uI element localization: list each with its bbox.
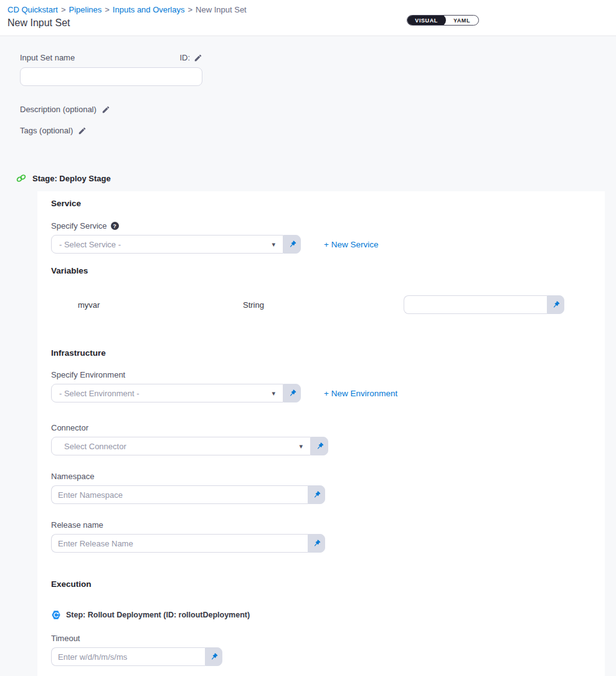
edit-tags-pencil-icon[interactable]	[78, 126, 87, 135]
connector-label: Connector	[51, 423, 88, 432]
variable-type: String	[243, 300, 404, 310]
pushpin-icon	[551, 300, 561, 310]
edit-id-pencil-icon[interactable]	[194, 54, 202, 62]
namespace-group	[51, 485, 325, 504]
breadcrumb-cd-quickstart[interactable]: CD Quickstart	[7, 5, 58, 14]
environment-select-dropdown[interactable]: - Select Environment - ▾	[51, 384, 283, 402]
stage-title: Stage: Deploy Stage	[32, 174, 111, 183]
service-heading: Service	[51, 199, 605, 208]
breadcrumb-separator: >	[105, 5, 110, 14]
input-set-name-label: Input Set name	[20, 53, 75, 62]
environment-select-group: - Select Environment - ▾	[51, 384, 301, 402]
release-name-label: Release name	[51, 520, 103, 530]
timeout-group	[51, 647, 222, 666]
step-title: Step: Rollout Deployment (ID: rolloutDep…	[66, 611, 250, 619]
breadcrumb-separator: >	[61, 5, 66, 14]
input-set-name-field[interactable]	[20, 67, 202, 86]
rollout-step-icon	[51, 610, 61, 620]
breadcrumb-pipelines[interactable]: Pipelines	[69, 5, 102, 14]
visual-yaml-toggle: VISUAL YAML	[407, 15, 479, 26]
id-label: ID:	[179, 53, 190, 62]
chevron-down-icon: ▾	[299, 442, 303, 450]
stage-inputs-card: Service Specify Service ? - Select Servi…	[37, 191, 605, 676]
connector-pin-button[interactable]	[311, 437, 328, 455]
service-pin-button[interactable]	[283, 235, 301, 254]
page-header: CD Quickstart>Pipelines>Inputs and Overl…	[0, 0, 616, 36]
variable-row: myvar String	[51, 295, 605, 314]
environment-select-placeholder: - Select Environment -	[59, 389, 140, 398]
pushpin-icon	[209, 652, 219, 662]
specify-service-label: Specify Service	[51, 221, 107, 231]
variable-value-group	[404, 295, 564, 314]
pushpin-icon	[312, 539, 321, 548]
step-row: Step: Rollout Deployment (ID: rolloutDep…	[51, 610, 605, 620]
pushpin-icon	[312, 490, 321, 500]
variables-heading: Variables	[51, 266, 605, 275]
service-select-group: - Select Service - ▾	[51, 235, 301, 254]
timeout-label: Timeout	[51, 634, 80, 643]
release-pin-button[interactable]	[308, 534, 325, 553]
variable-pin-button[interactable]	[547, 295, 564, 314]
timeout-pin-button[interactable]	[205, 647, 222, 666]
tags-label: Tags (optional)	[20, 126, 73, 135]
environment-pin-button[interactable]	[283, 384, 301, 402]
new-service-link[interactable]: + New Service	[324, 240, 378, 249]
new-environment-link[interactable]: + New Environment	[324, 389, 397, 398]
breadcrumb-inputs-overlays[interactable]: Inputs and Overlays	[113, 5, 185, 14]
timeout-input[interactable]	[51, 647, 205, 666]
service-select-placeholder: - Select Service -	[59, 240, 121, 249]
release-name-input[interactable]	[51, 534, 308, 553]
pushpin-icon	[315, 442, 325, 451]
breadcrumb-separator: >	[187, 5, 192, 14]
namespace-input[interactable]	[51, 485, 308, 504]
pushpin-icon	[288, 389, 297, 398]
infrastructure-heading: Infrastructure	[51, 348, 605, 358]
breadcrumb: CD Quickstart>Pipelines>Inputs and Overl…	[7, 5, 605, 15]
edit-description-pencil-icon[interactable]	[102, 105, 110, 114]
page-title: New Input Set	[7, 17, 605, 29]
main-content: Input Set name ID: Description (optional…	[0, 36, 616, 135]
specify-environment-label: Specify Environment	[51, 370, 125, 379]
variable-value-input[interactable]	[404, 295, 547, 314]
pushpin-icon	[288, 240, 297, 249]
variable-name: myvar	[78, 300, 243, 310]
service-select-dropdown[interactable]: - Select Service - ▾	[51, 235, 283, 254]
chevron-down-icon: ▾	[272, 389, 275, 398]
namespace-pin-button[interactable]	[308, 485, 325, 504]
toggle-visual[interactable]: VISUAL	[407, 15, 446, 26]
breadcrumb-current: New Input Set	[196, 5, 247, 14]
description-label: Description (optional)	[20, 105, 97, 114]
stage-row: Stage: Deploy Stage	[16, 173, 616, 184]
connector-select-group: Select Connector ▾	[51, 437, 328, 455]
execution-heading: Execution	[51, 579, 605, 589]
release-name-group	[51, 534, 325, 553]
connector-select-dropdown[interactable]: Select Connector ▾	[51, 437, 311, 455]
chevron-down-icon: ▾	[272, 240, 275, 249]
toggle-yaml[interactable]: YAML	[445, 15, 478, 26]
connector-select-placeholder: Select Connector	[64, 442, 126, 451]
namespace-label: Namespace	[51, 472, 94, 481]
chain-link-icon	[16, 173, 27, 184]
help-icon[interactable]: ?	[111, 222, 119, 230]
